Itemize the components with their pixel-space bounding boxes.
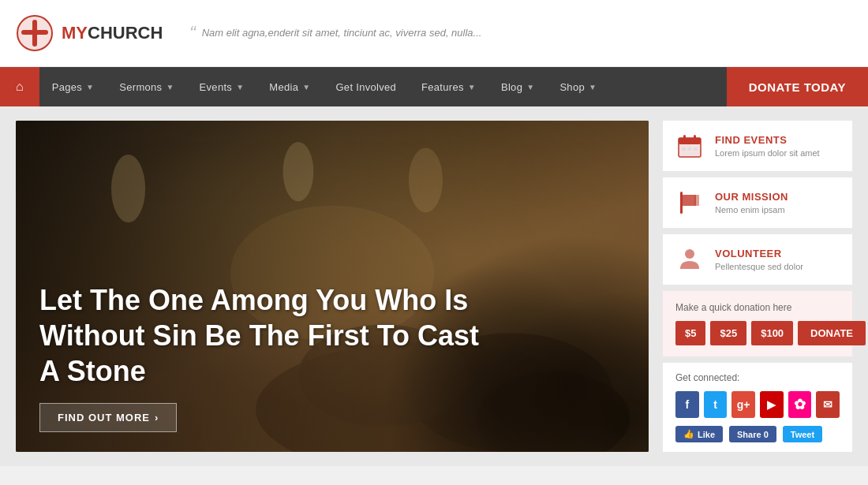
flag-icon [675,188,704,217]
hero-text-block: Let The One Among You Who Is Without Sin… [39,282,497,389]
church-logo-icon [16,14,54,52]
svg-rect-17 [679,138,701,144]
social-label: Get connected: [675,372,840,383]
features-dropdown-arrow: ▼ [468,83,476,91]
svg-rect-3 [24,30,46,35]
main-nav: ⌂ Pages ▼ Sermons ▼ Events ▼ Media ▼ Get… [0,67,868,106]
quote-text: Nam elit agna,enderit sit amet, tinciunt… [202,27,482,39]
share-button[interactable]: Share 0 [729,426,776,442]
svg-point-26 [685,249,694,259]
hero-headline: Let The One Among You Who Is Without Sin… [39,282,497,389]
svg-point-10 [409,147,443,212]
events-dropdown-arrow: ▼ [236,83,244,91]
svg-point-7 [43,30,48,35]
nav-media[interactable]: Media ▼ [256,67,323,106]
svg-rect-18 [683,135,686,141]
sermons-dropdown-arrow: ▼ [166,83,174,91]
svg-point-4 [32,20,37,24]
facebook-icon-button[interactable]: f [675,391,699,418]
donation-widget: Make a quick donation here $5 $25 $100 D… [663,291,852,356]
main-content: Let The One Among You Who Is Without Sin… [0,106,868,466]
nav-features[interactable]: Features ▼ [409,67,488,106]
volunteer-icon [675,245,704,274]
svg-point-9 [283,142,314,201]
amount-5-button[interactable]: $5 [675,321,705,345]
svg-point-6 [21,30,26,35]
logo-text: MYCHURCH [62,23,163,43]
svg-point-5 [32,42,37,47]
nav-blog[interactable]: Blog ▼ [488,67,547,106]
tweet-button[interactable]: Tweet [783,426,822,442]
hero-section: Let The One Among You Who Is Without Sin… [16,121,649,452]
sidebar-find-events[interactable]: FIND EVENTS Lorem ipsum dolor sit amet [663,121,852,171]
find-events-text: FIND EVENTS Lorem ipsum dolor sit amet [715,134,820,158]
youtube-icon-button[interactable]: ▶ [760,391,784,418]
svg-rect-25 [680,192,683,214]
social-section: Get connected: f t g+ ▶ ✿ ✉ 👍 Like Share… [663,363,852,452]
blog-dropdown-arrow: ▼ [526,83,534,91]
donation-label: Make a quick donation here [675,302,840,313]
volunteer-text: VOLUNTEER Pellentesque sed dolor [715,248,803,271]
social-icons-row: f t g+ ▶ ✿ ✉ [675,391,840,418]
sidebar-our-mission[interactable]: OUR MISSION Nemo enim ipsam [663,177,852,228]
donate-main-button[interactable]: DONATE [798,321,866,345]
shop-dropdown-arrow: ▼ [589,83,597,91]
like-icon: 👍 [683,429,694,439]
nav-home-button[interactable]: ⌂ [0,67,39,106]
nav-donate-button[interactable]: DONATE TODAY [727,67,868,106]
svg-rect-24 [694,195,699,206]
svg-point-8 [111,155,145,222]
donation-amounts: $5 $25 $100 DONATE [675,321,840,345]
sidebar-volunteer[interactable]: VOLUNTEER Pellentesque sed dolor [663,234,852,285]
sidebar: FIND EVENTS Lorem ipsum dolor sit amet O… [663,121,852,452]
nav-pages[interactable]: Pages ▼ [39,67,107,106]
like-share-row: 👍 Like Share 0 Tweet [675,426,840,442]
hero-cta-arrow: › [155,412,159,423]
svg-rect-19 [694,135,696,141]
nav-events[interactable]: Events ▼ [187,67,257,106]
svg-rect-21 [688,147,692,151]
our-mission-text: OUR MISSION Nemo enim ipsam [715,191,788,215]
amount-100-button[interactable]: $100 [751,321,793,345]
googleplus-icon-button[interactable]: g+ [731,391,755,418]
svg-rect-20 [682,147,686,151]
email-icon-button[interactable]: ✉ [816,391,840,418]
media-dropdown-arrow: ▼ [302,83,310,91]
calendar-icon [675,132,704,160]
nav-get-involved[interactable]: Get Involved [323,67,409,106]
hero-cta-button[interactable]: FIND OUT MORE › [39,403,177,432]
nav-sermons[interactable]: Sermons ▼ [107,67,186,106]
amount-25-button[interactable]: $25 [710,321,746,345]
logo-area: MYCHURCH [16,14,174,52]
pages-dropdown-arrow: ▼ [86,83,94,91]
nav-shop[interactable]: Shop ▼ [547,67,609,106]
like-button[interactable]: 👍 Like [675,426,723,442]
twitter-icon-button[interactable]: t [704,391,728,418]
header-quote: Nam elit agna,enderit sit amet, tinciunt… [174,19,852,47]
flickr-icon-button[interactable]: ✿ [788,391,812,418]
header: MYCHURCH Nam elit agna,enderit sit amet,… [0,0,868,67]
svg-rect-22 [694,147,698,151]
